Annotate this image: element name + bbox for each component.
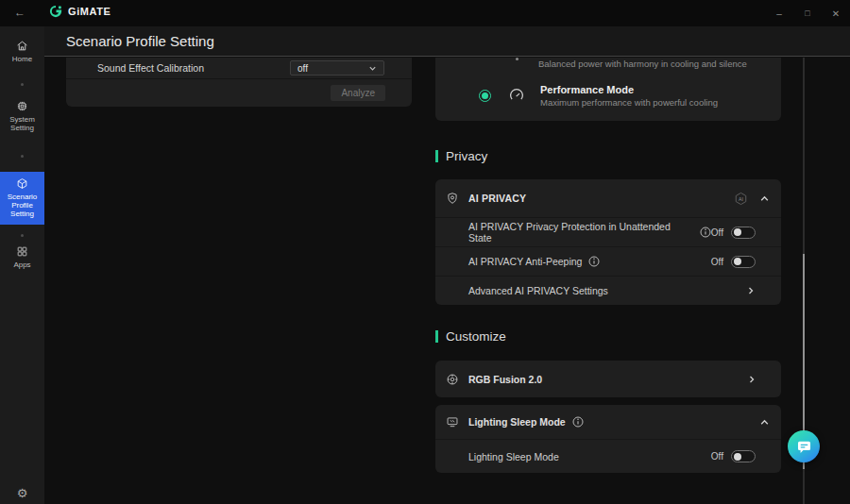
back-arrow-icon[interactable]: ← xyxy=(14,6,26,19)
radio-selected-icon[interactable] xyxy=(479,90,491,102)
close-button[interactable]: ✕ xyxy=(822,0,850,26)
home-icon xyxy=(16,40,28,52)
titlebar: ← GiMATE – □ ✕ xyxy=(0,0,850,26)
privacy-section-header: Privacy xyxy=(435,148,781,163)
lighting-sleep-card: Lighting Sleep Mode Lighting Sleep Mode xyxy=(435,405,781,473)
svg-text:AI: AI xyxy=(739,195,743,201)
app-name: GiMATE xyxy=(68,6,111,17)
chevron-down-icon xyxy=(368,64,377,73)
sound-effect-card: Sound Effect Calibration off Analyze xyxy=(66,58,412,107)
toggle-state-label: Off xyxy=(711,227,723,238)
lighting-sleep-toggle[interactable] xyxy=(731,450,756,462)
page-title: Scenario Profile Setting xyxy=(66,26,214,57)
sidebar-item-apps[interactable]: Apps xyxy=(0,245,44,269)
balanced-mode-icon xyxy=(516,58,518,60)
gimate-logo-icon xyxy=(49,5,62,18)
chevron-up-icon[interactable] xyxy=(759,417,770,428)
sidebar-separator-dot xyxy=(21,83,24,86)
performance-mode-subtitle: Maximum performance with powerful coolin… xyxy=(540,97,718,108)
ai-privacy-card: AI PRIVACY AI AI PRIVACY Privacy Protect… xyxy=(435,179,781,305)
lighting-sleep-header-row[interactable]: Lighting Sleep Mode xyxy=(435,405,781,439)
select-value: off xyxy=(298,63,308,74)
minimize-button[interactable]: – xyxy=(765,0,793,26)
analyze-row: Analyze xyxy=(66,79,412,107)
section-accent-bar xyxy=(435,150,438,162)
sidebar-item-label: Apps xyxy=(11,260,32,269)
chat-assistant-button[interactable] xyxy=(788,430,820,462)
main-content: Scenario Profile Setting Sound Effect Ca… xyxy=(44,26,850,504)
rgb-fusion-icon xyxy=(446,373,459,386)
app-logo: GiMATE xyxy=(49,5,111,18)
scroll-area: Sound Effect Calibration off Analyze xyxy=(44,58,850,504)
info-icon[interactable] xyxy=(700,227,711,238)
maximize-button[interactable]: □ xyxy=(793,0,822,26)
sound-calibration-label: Sound Effect Calibration xyxy=(97,62,204,74)
performance-mode-text: Performance Mode Maximum performance wit… xyxy=(540,84,718,108)
sidebar: Home System Setting Scenario Profile Set… xyxy=(0,26,44,504)
privacy-row-unattended: AI PRIVACY Privacy Protection in Unatten… xyxy=(435,217,781,246)
rgb-fusion-title: RGB Fusion 2.0 xyxy=(468,374,542,385)
performance-mode-option[interactable]: Performance Mode Maximum performance wit… xyxy=(435,76,781,114)
chevron-up-icon[interactable] xyxy=(759,193,770,204)
privacy-row-label: AI PRIVACY Anti-Peeping xyxy=(468,256,582,267)
ai-privacy-header-row[interactable]: AI PRIVACY AI xyxy=(435,179,781,217)
lighting-sleep-row-label: Lighting Sleep Mode xyxy=(468,451,559,462)
sidebar-separator-dot xyxy=(21,234,24,237)
gimate-window: ← GiMATE – □ ✕ Home System xyxy=(0,0,850,504)
unattended-protection-toggle[interactable] xyxy=(731,227,756,239)
section-title: Customize xyxy=(446,329,506,344)
anti-peeping-toggle[interactable] xyxy=(731,256,756,268)
page-header: Scenario Profile Setting xyxy=(44,26,850,57)
chip-icon xyxy=(16,100,28,112)
ai-privacy-title: AI PRIVACY xyxy=(468,193,526,204)
rgb-fusion-card[interactable]: RGB Fusion 2.0 xyxy=(435,361,781,397)
section-accent-bar xyxy=(435,330,438,343)
info-icon[interactable] xyxy=(588,256,600,267)
mode-selection-card: Balanced power with harmony in cooling a… xyxy=(435,58,781,121)
sidebar-item-label: System Setting xyxy=(0,115,44,132)
cube-icon xyxy=(16,177,28,190)
chevron-right-icon xyxy=(747,375,756,384)
chevron-right-icon xyxy=(746,286,756,295)
sound-calibration-select[interactable]: off xyxy=(290,60,384,76)
sidebar-item-home[interactable]: Home xyxy=(0,40,44,63)
lighting-sleep-icon xyxy=(446,415,459,428)
window-controls: – □ ✕ xyxy=(765,0,850,26)
sidebar-item-label: Home xyxy=(10,55,34,63)
privacy-row-label: AI PRIVACY Privacy Protection in Unatten… xyxy=(468,221,693,244)
privacy-row-anti-peeping: AI PRIVACY Anti-Peeping Off xyxy=(435,246,781,276)
sidebar-item-system-setting[interactable]: System Setting xyxy=(0,100,44,132)
customize-section-header: Customize xyxy=(435,328,781,344)
ai-badge-icon: AI xyxy=(734,192,748,206)
sidebar-item-label: Scenario Profile Setting xyxy=(0,193,44,218)
settings-gear-icon[interactable]: ⚙ xyxy=(0,486,44,500)
apps-grid-icon xyxy=(16,245,28,258)
section-title: Privacy xyxy=(446,149,487,163)
info-icon[interactable] xyxy=(572,416,584,428)
sidebar-item-scenario-profile-setting[interactable]: Scenario Profile Setting xyxy=(0,172,44,225)
gauge-icon xyxy=(508,87,525,104)
lighting-sleep-toggle-row: Lighting Sleep Mode Off xyxy=(435,439,781,473)
chat-bubble-icon xyxy=(796,439,812,455)
sidebar-separator-dot xyxy=(21,155,24,158)
shield-icon xyxy=(446,192,459,205)
privacy-row-label: Advanced AI PRIVACY Settings xyxy=(468,285,608,296)
sound-calibration-row: Sound Effect Calibration off xyxy=(66,58,412,78)
analyze-button[interactable]: Analyze xyxy=(331,85,385,101)
lighting-sleep-title: Lighting Sleep Mode xyxy=(468,416,566,428)
balanced-mode-subtitle: Balanced power with harmony in cooling a… xyxy=(538,59,747,69)
toggle-state-label: Off xyxy=(711,257,723,267)
performance-mode-title: Performance Mode xyxy=(540,84,718,95)
right-column: Balanced power with harmony in cooling a… xyxy=(435,58,781,473)
privacy-row-advanced[interactable]: Advanced AI PRIVACY Settings xyxy=(435,276,781,305)
toggle-state-label: Off xyxy=(711,451,723,462)
